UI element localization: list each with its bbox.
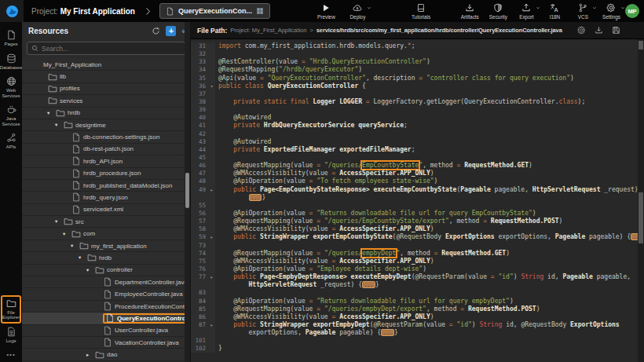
tree-item-hrdb-api-json[interactable]: hrdb_API.json: [22, 155, 190, 167]
editor-pane: File Path: Project: My_First_Application…: [191, 22, 644, 362]
tree-item-db-rest-patch-json[interactable]: db-rest-patch.json: [22, 144, 190, 155]
gutter-spacer: [208, 50, 215, 58]
tree-item-lib[interactable]: lib: [22, 71, 190, 82]
fold-toggle-icon[interactable]: ▸: [208, 273, 215, 281]
tree-item-my-first-application[interactable]: ▾my_first_application: [22, 240, 190, 252]
grid-icon[interactable]: [256, 7, 264, 15]
database-icon: [6, 53, 16, 64]
code-text: @Autowired: [215, 138, 271, 146]
file-path-bar: File Path: Project: My_First_Application…: [191, 22, 644, 39]
project-breadcrumb[interactable]: Project: My First Application: [31, 7, 135, 16]
tree-scrollbar: [185, 22, 190, 362]
settings-button[interactable]: Settings: [601, 2, 622, 20]
expand-open-icon[interactable]: ▾: [47, 110, 56, 116]
preview-button[interactable]: Preview: [316, 2, 337, 20]
sidebar-item-label: Logs: [5, 338, 16, 344]
tree-item-usercontroller-java[interactable]: UserController.java: [22, 325, 190, 337]
sidebar-item-web-services[interactable]: Web Services: [0, 73, 22, 101]
i18n-button[interactable]: AI18N: [544, 2, 565, 20]
left-rail: PagesDatabasesWeb ServicesJava ServicesA…: [0, 22, 22, 362]
expand-open-icon[interactable]: ▾: [79, 254, 87, 261]
tree-item-hrdb-query-json[interactable]: hrdb_query.json: [22, 192, 190, 203]
sidebar-item-java-services[interactable]: Java Services: [0, 101, 22, 130]
line-number: 37: [191, 90, 208, 98]
tree-item-src[interactable]: ▾src: [22, 216, 190, 228]
code-line: 38 private static final Logger LOGGER = …: [191, 98, 644, 106]
tree-item-procedureexecutioncontroller-java[interactable]: ProcedureExecutionController.java: [22, 301, 190, 313]
sidebar-item-file-explorer[interactable]: File Explorer: [1, 295, 21, 324]
code-line: 33@RestController(value = "Hrdb.QueryExe…: [191, 58, 644, 66]
folded-region[interactable]: ...: [249, 194, 262, 201]
sidebar-item-apis[interactable]: APIs: [0, 130, 22, 153]
deploy-button[interactable]: Deploy: [347, 2, 368, 20]
gutter-spacer: [208, 289, 215, 297]
gutter-spacer: [208, 194, 215, 202]
tree-item-hrdb-published-datamodel-json[interactable]: hrdb_published_dataModel.json: [22, 180, 190, 192]
tree-item-departmentcontroller-java[interactable]: DepartmentController.java: [22, 276, 190, 288]
tree-item-vacationcontroller-java[interactable]: VacationController.java: [22, 337, 190, 349]
expand-open-icon[interactable]: ▾: [63, 231, 71, 237]
expand-open-icon[interactable]: ▾: [86, 267, 95, 273]
folder-icon: [79, 241, 89, 250]
sidebar-item-databases[interactable]: Databases: [0, 50, 22, 74]
fold-toggle-icon[interactable]: ▸: [208, 321, 215, 329]
folder-icon: [95, 265, 104, 275]
fold-toggle-icon[interactable]: ▸: [208, 186, 215, 194]
save-file-icon[interactable]: [612, 26, 620, 35]
tree-item-my-first-application[interactable]: My_First_Application: [22, 59, 190, 71]
artifacts-button[interactable]: Artifacts: [459, 2, 481, 20]
sidebar-item-logs[interactable]: Logs: [0, 324, 22, 347]
tree-item-services[interactable]: services: [22, 95, 190, 107]
code-text: @WMAccessVisibility(value = AccessSpecif…: [215, 225, 434, 233]
line-number: 42: [191, 130, 208, 138]
line-number: 76: [191, 265, 208, 273]
user-avatar[interactable]: MP: [625, 4, 639, 18]
search-input[interactable]: [42, 45, 181, 53]
app-logo[interactable]: [0, 0, 24, 22]
code-text: [215, 154, 218, 162]
tree-scrollbar-thumb[interactable]: [185, 173, 189, 208]
tree-item-controller[interactable]: ▾controller: [22, 265, 190, 276]
tree-item-queryexecutioncontroller-java[interactable]: QueryExecutionController.java: [22, 313, 190, 324]
gutter-spacer: [208, 345, 215, 353]
file-tab-queryexecutioncontroller[interactable]: QueryExecutionCon...: [159, 3, 270, 19]
tree-item-servicedef-xml[interactable]: servicedef.xml: [22, 204, 190, 216]
add-resource-button[interactable]: +: [166, 26, 176, 36]
expand-open-icon[interactable]: ▾: [71, 243, 79, 249]
more-options-button[interactable]: •••: [6, 346, 15, 360]
settings-gear-icon[interactable]: [577, 26, 586, 35]
expand-closed-icon[interactable]: ▸: [86, 352, 95, 358]
code-line: 76 @ApiOperation(value = "Employee detai…: [191, 265, 644, 273]
tree-item-designtime[interactable]: ▾designtime: [22, 119, 190, 131]
sidebar-item-pages[interactable]: Pages: [0, 27, 22, 50]
code-text: @WMAccessVisibility(value = AccessSpecif…: [215, 258, 434, 265]
preview-label: Preview: [317, 14, 335, 20]
folded-region[interactable]: ...: [362, 281, 375, 288]
tree-item-db-connection-settings-json[interactable]: db-connection-settings.json: [22, 131, 190, 143]
tree-item-profiles[interactable]: profiles: [22, 83, 190, 95]
tree-item-hrdb[interactable]: ▾hrdb: [22, 108, 190, 119]
export-button[interactable]: Export: [516, 2, 537, 20]
refresh-icon[interactable]: [152, 27, 160, 35]
expand-open-icon[interactable]: ▾: [55, 122, 64, 128]
fold-toggle-icon[interactable]: ▾: [208, 82, 215, 90]
code-area[interactable]: 31import com.my_first_application.hrdb.m…: [191, 42, 644, 353]
download-file-icon[interactable]: [595, 26, 603, 35]
chevron-down-icon: [367, 5, 371, 10]
tree-item-hrdb-procedure-json[interactable]: hrdb_procedure.json: [22, 168, 190, 180]
tutorials-button[interactable]: Tutorials: [410, 2, 432, 20]
scrollbar-up-button[interactable]: [639, 41, 643, 49]
expand-open-icon[interactable]: ▾: [55, 218, 64, 225]
tree-item-dao[interactable]: ▸dao: [22, 349, 190, 360]
tree-item-label: src: [75, 218, 84, 225]
tree-item-employeecontroller-java[interactable]: EmployeeController.java: [22, 288, 190, 300]
folded-region[interactable]: ...: [381, 329, 394, 336]
security-button[interactable]: Security: [488, 2, 509, 20]
code-text: public Page<EmpCountbyStateResponse> exe…: [215, 186, 644, 194]
fold-toggle-icon[interactable]: ▸: [208, 233, 215, 241]
vcs-button[interactable]: VCS: [573, 2, 594, 20]
tree-item-com[interactable]: ▾com: [22, 228, 190, 240]
editor-scrollbar-thumb[interactable]: [639, 192, 643, 243]
tree-item-label: DepartmentController.java: [115, 279, 188, 286]
tree-item-hrdb[interactable]: ▾hrdb: [22, 252, 190, 264]
